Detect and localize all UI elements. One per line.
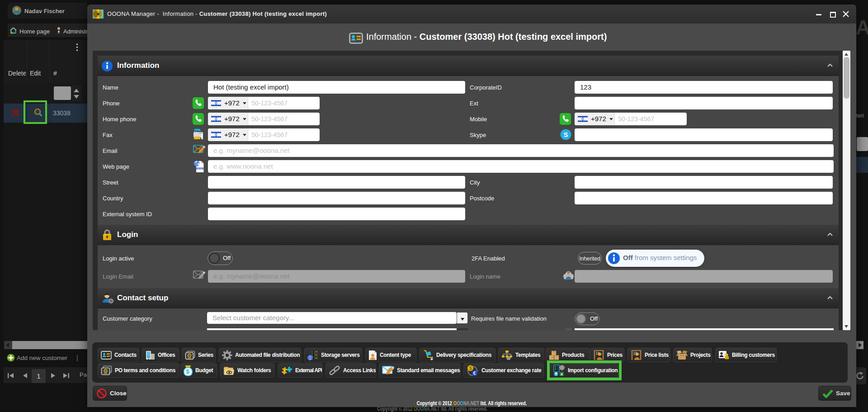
svg-text:$: $ [469,365,472,370]
svg-text:$: $ [186,368,190,375]
svg-text:S: S [564,131,568,138]
svg-text:Fax: Fax [195,130,200,133]
svg-text:WWW: WWW [196,167,204,170]
svg-text:€: € [473,370,476,375]
